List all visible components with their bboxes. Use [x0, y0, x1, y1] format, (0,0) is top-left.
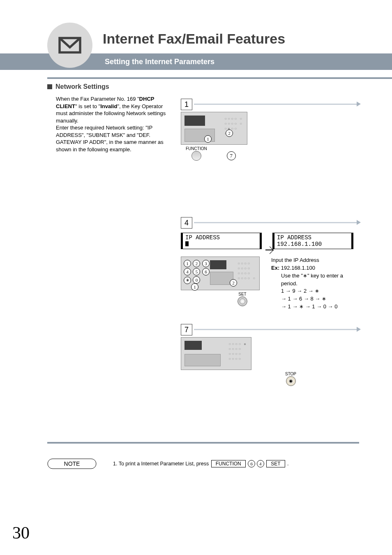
- flow-arrow: [194, 104, 357, 105]
- key-icon: 3: [202, 260, 210, 267]
- note-fragment: .: [287, 461, 288, 467]
- flow-arrow: [194, 222, 357, 223]
- key-icon: 2: [193, 260, 200, 267]
- step-4-instructions: Input the IP Address Ex: 192.168.1.100 U…: [271, 257, 347, 311]
- stop-button-label: STOP: [228, 372, 353, 376]
- function-keycap: FUNCTION: [211, 460, 246, 467]
- section-header: Network Settings: [47, 83, 359, 90]
- instruction-bold: Ex:: [271, 265, 279, 271]
- note-badge: NOTE: [47, 458, 97, 469]
- envelope-icon: [58, 33, 82, 58]
- note-text: 1. To print a Internet Parameter List, p…: [113, 460, 288, 467]
- key-sequence: 1 → 9 → 2 → ∗: [271, 287, 347, 295]
- callout-2-icon: 2: [226, 130, 233, 137]
- control-panel-diagram: ○○○○ ●○○○○○○○○○○○○: [181, 337, 251, 370]
- key-icon: 0: [193, 276, 200, 284]
- key-6-icon: 6: [248, 460, 255, 467]
- key-icon: ∗: [184, 277, 191, 284]
- note-row: NOTE 1. To print a Internet Parameter Li…: [47, 458, 359, 469]
- control-panel-diagram: 1 2 3 4 5 6 ∗ 0 ○○○○○○○○○○○○○: [181, 257, 260, 290]
- page-number: 30: [12, 523, 30, 543]
- instruction-text: Use the "∗" key to enter a period.: [271, 272, 347, 288]
- lcd-line: IP ADDRESS: [185, 234, 220, 241]
- step-number: 4: [181, 217, 192, 229]
- flow-arrow: [194, 329, 357, 330]
- lcd-display: IP ADDRESS 192.168.1.100: [272, 233, 353, 249]
- key-sequence: → 1 → ∗ → 1 → 0 → 0: [271, 303, 347, 311]
- step-4: 4 IP ADDRESS IP ADDRESS 192.168.1.100 1 …: [181, 214, 353, 311]
- key-4-icon: 4: [257, 460, 264, 467]
- key-icon: 5: [193, 268, 200, 275]
- intro-text-bold: Invalid: [100, 103, 117, 109]
- stop-button-icon: ◉: [286, 376, 296, 386]
- lcd-display: IP ADDRESS: [181, 233, 262, 249]
- control-panel-diagram: ○○○○ ○○○○○ ○○●○○○○ 1 2: [181, 112, 247, 145]
- section-title: Network Settings: [55, 83, 109, 90]
- function-button-icon: [191, 151, 201, 161]
- intro-text: When the Fax Parameter No. 169 "DHCP CLI…: [56, 95, 172, 153]
- key-icon: 6: [202, 268, 210, 275]
- callout-1-icon: 1: [204, 135, 212, 143]
- footer-rule: [47, 442, 359, 444]
- step-number: 7: [181, 324, 192, 335]
- set-keycap: SET: [266, 460, 285, 467]
- note-label: NOTE: [64, 460, 80, 467]
- callout-1-icon: 1: [191, 283, 198, 291]
- lcd-line: IP ADDRESS: [277, 234, 311, 241]
- header-rule: [47, 77, 392, 79]
- step-number: 1: [181, 99, 192, 110]
- instruction-text: Input the IP Address: [271, 257, 347, 264]
- intro-text-fragment: When the Fax Parameter No. 169 ": [56, 96, 139, 102]
- key-icon: 1: [184, 260, 191, 267]
- function-button-label: FUNCTION: [186, 146, 207, 151]
- intro-text-fragment: Enter these required Network setting: "I…: [56, 125, 164, 153]
- step-7: 7 ○○○○ ●○○○○○○○○○○○○ STOP ◉: [181, 321, 353, 386]
- feature-icon: [47, 23, 92, 68]
- set-button-label: SET: [225, 292, 260, 296]
- cursor-icon: [185, 241, 189, 246]
- key-7-icon: 7: [227, 151, 236, 160]
- key-icon: 4: [184, 268, 191, 275]
- page-subtitle: Setting the Internet Parameters: [105, 58, 214, 66]
- key-sequence: → 1 → 6 → 8 → ∗: [271, 295, 347, 303]
- step-1: 1 ○○○○ ○○○○○ ○○●○○○○ 1 2 FUNCTION 7: [181, 95, 353, 162]
- lcd-line: 192.168.1.100: [277, 241, 322, 247]
- instruction-text: 192.168.1.100: [279, 265, 315, 271]
- note-fragment: To print a Internet Parameter List, pres…: [119, 461, 210, 467]
- section-bullet-icon: [47, 84, 52, 89]
- intro-text-fragment: " is set to ": [75, 103, 100, 109]
- callout-2-icon: 2: [230, 279, 237, 287]
- page-title: Internet Fax/Email Features: [103, 31, 285, 47]
- note-number: 1.: [113, 461, 117, 467]
- set-button-icon: [238, 296, 247, 306]
- header-bar: Internet Fax/Email Features: [99, 25, 392, 52]
